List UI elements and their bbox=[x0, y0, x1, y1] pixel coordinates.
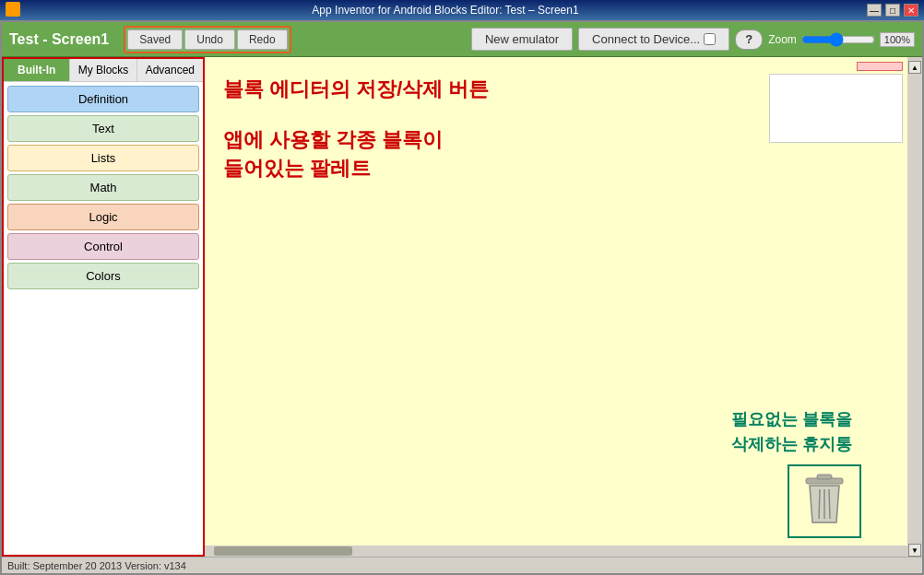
sidebar-item-colors[interactable]: Colors bbox=[7, 263, 199, 289]
annotation-line1: 앱에 사용할 각종 블록이 bbox=[223, 126, 443, 155]
content-area: Built-In My Blocks Advanced DefinitionTe… bbox=[2, 57, 922, 557]
vertical-scrollbar: ▲ ▼ bbox=[907, 57, 922, 557]
main-window: Test - Screen1 Saved Undo Redo New emula… bbox=[0, 20, 924, 575]
blocks-box bbox=[769, 74, 903, 143]
toolbar: Test - Screen1 Saved Undo Redo New emula… bbox=[2, 22, 922, 57]
title-bar-controls: — □ ✕ bbox=[867, 4, 918, 17]
maximize-button[interactable]: □ bbox=[885, 4, 900, 17]
horizontal-scrollbar[interactable] bbox=[205, 546, 907, 557]
close-button[interactable]: ✕ bbox=[904, 4, 918, 17]
trash-container[interactable] bbox=[788, 464, 861, 538]
app-title: Test - Screen1 bbox=[9, 31, 109, 48]
tab-myblocks[interactable]: My Blocks bbox=[70, 59, 136, 81]
saved-button[interactable]: Saved bbox=[127, 29, 183, 50]
minimize-button[interactable]: — bbox=[867, 4, 882, 17]
main-canvas: 블록 에디터의 저장/삭제 버튼 앱에 사용할 각종 블록이 들어있는 팔레트 … bbox=[205, 57, 907, 557]
scroll-down-button[interactable]: ▼ bbox=[908, 544, 921, 557]
scroll-up-button[interactable]: ▲ bbox=[908, 61, 921, 74]
annotation-text1: 블록 에디터의 저장/삭제 버튼 bbox=[223, 76, 489, 103]
sidebar-item-logic[interactable]: Logic bbox=[7, 204, 199, 230]
annotation-text3: 필요없는 블록을 삭제하는 휴지통 bbox=[731, 407, 852, 457]
tab-builtin[interactable]: Built-In bbox=[4, 59, 70, 81]
sidebar-item-lists[interactable]: Lists bbox=[7, 145, 199, 171]
svg-rect-1 bbox=[817, 475, 832, 479]
zoom-area: Zoom 100% bbox=[768, 32, 915, 47]
connect-button[interactable]: Connect to Device... bbox=[578, 28, 729, 51]
zoom-label: Zoom bbox=[768, 33, 797, 46]
connect-label: Connect to Device... bbox=[592, 32, 700, 46]
small-white-box bbox=[857, 62, 903, 71]
sidebar-tabs: Built-In My Blocks Advanced bbox=[4, 59, 203, 82]
tab-advanced[interactable]: Advanced bbox=[137, 59, 203, 81]
title-bar: App Inventor for Android Blocks Editor: … bbox=[0, 0, 924, 20]
undo-button[interactable]: Undo bbox=[184, 29, 235, 50]
annotation-text2: 앱에 사용할 각종 블록이 들어있는 팔레트 bbox=[223, 126, 443, 183]
new-emulator-button[interactable]: New emulator bbox=[471, 28, 573, 51]
sidebar-item-control[interactable]: Control bbox=[7, 233, 199, 260]
trash-icon bbox=[801, 473, 847, 531]
sidebar: Built-In My Blocks Advanced DefinitionTe… bbox=[2, 57, 205, 557]
sidebar-item-definition[interactable]: Definition bbox=[7, 86, 199, 112]
h-scroll-thumb[interactable] bbox=[214, 546, 352, 556]
save-undo-redo-group: Saved Undo Redo bbox=[124, 26, 290, 53]
sidebar-items: DefinitionTextListsMathLogicControlColor… bbox=[4, 82, 203, 293]
svg-line-4 bbox=[829, 489, 830, 519]
title-bar-title: App Inventor for Android Blocks Editor: … bbox=[24, 4, 867, 17]
status-bar: Built: September 20 2013 Version: v134 bbox=[2, 557, 922, 573]
annotation-line2: 들어있는 팔레트 bbox=[223, 155, 443, 183]
help-button[interactable]: ? bbox=[735, 29, 763, 50]
zoom-slider[interactable] bbox=[801, 32, 875, 47]
svg-line-2 bbox=[819, 489, 820, 519]
app-icon bbox=[6, 2, 24, 19]
annotation3-line1: 필요없는 블록을 bbox=[731, 407, 852, 432]
zoom-value: 100% bbox=[880, 32, 915, 47]
sidebar-item-text[interactable]: Text bbox=[7, 115, 199, 142]
redo-button[interactable]: Redo bbox=[237, 29, 288, 50]
sidebar-item-math[interactable]: Math bbox=[7, 174, 199, 201]
status-text: Built: September 20 2013 Version: v134 bbox=[7, 560, 186, 571]
connect-checkbox[interactable] bbox=[704, 33, 716, 45]
annotation3-line2: 삭제하는 휴지통 bbox=[731, 432, 852, 457]
